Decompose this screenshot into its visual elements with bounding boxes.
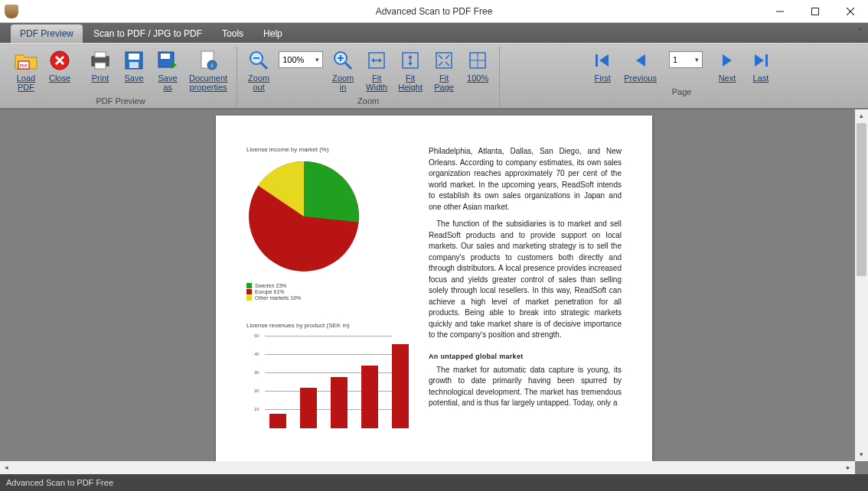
svg-text:i: i	[211, 62, 213, 69]
svg-rect-35	[596, 54, 598, 67]
window-title: Advanced Scan to PDF Free	[376, 6, 493, 17]
group-label: Page	[672, 84, 692, 99]
zoom-in-icon	[331, 48, 355, 73]
collapse-ribbon-icon[interactable]: ⌃	[857, 27, 863, 37]
folder-open-icon: PDF	[14, 48, 38, 73]
body-text: The market for automatic data capture is…	[429, 365, 622, 409]
page-select[interactable]: 1	[669, 51, 703, 68]
group-zoom: Zoom out 100% Zoom in Fit Width Fit Heig…	[237, 47, 500, 108]
body-text: Philadelphia, Atlanta, Dallas, San Diego…	[429, 146, 622, 213]
zoom-out-button[interactable]: Zoom out	[242, 47, 276, 93]
previous-icon	[628, 48, 653, 73]
last-page-button[interactable]: Last	[744, 47, 778, 84]
group-label: PDF Preview	[96, 93, 145, 108]
group-label: Zoom	[357, 93, 379, 108]
app-icon	[5, 5, 18, 18]
ribbon: PDF Load PDF Close Print	[0, 43, 868, 109]
fit-width-icon	[364, 48, 389, 73]
zoom-100-button[interactable]: 100%	[461, 47, 494, 84]
horizontal-scrollbar[interactable]: ◂ ▸	[0, 461, 855, 474]
bar-chart-title: License revenues by product (SEK m)	[246, 322, 407, 329]
svg-rect-13	[129, 54, 139, 60]
save-button[interactable]: Save	[117, 47, 151, 84]
zoom-100-icon	[465, 48, 490, 73]
svg-rect-10	[95, 52, 106, 57]
group-page: First Previous 1 Next Last	[500, 47, 863, 108]
load-pdf-button[interactable]: PDF Load PDF	[9, 47, 43, 93]
tab-bar: PDF Preview Scan to PDF / JPG to PDF Too…	[0, 23, 868, 43]
fit-height-button[interactable]: Fit Height	[393, 47, 427, 93]
minimize-button[interactable]	[762, 0, 798, 23]
close-button[interactable]: Close	[43, 47, 77, 84]
previous-page-button[interactable]: Previous	[619, 47, 661, 84]
vertical-scrollbar[interactable]: ▴ ▾	[855, 109, 868, 461]
next-page-button[interactable]: Next	[710, 47, 744, 84]
close-window-button[interactable]	[833, 0, 868, 23]
last-icon	[749, 48, 773, 73]
printer-icon	[88, 48, 113, 73]
tab-tools[interactable]: Tools	[213, 24, 253, 43]
save-as-button[interactable]: Save as	[151, 47, 184, 93]
svg-rect-16	[161, 54, 170, 59]
fit-height-icon	[398, 48, 423, 73]
pdf-page: License income by market (%) Sweden 23% …	[216, 115, 652, 474]
scroll-up-icon[interactable]: ▴	[855, 109, 868, 122]
zoom-out-icon	[246, 48, 271, 73]
floppy-icon	[122, 48, 146, 73]
fit-page-icon	[432, 48, 456, 73]
svg-line-24	[345, 63, 351, 69]
tab-help[interactable]: Help	[254, 24, 292, 43]
svg-rect-36	[765, 54, 768, 67]
scroll-right-icon[interactable]: ▸	[842, 461, 855, 474]
svg-rect-14	[129, 62, 139, 68]
body-text: The function of the subsidiaries is to m…	[429, 219, 622, 341]
scroll-down-icon[interactable]: ▾	[855, 448, 868, 461]
next-icon	[715, 48, 739, 73]
tab-scan-to-pdf[interactable]: Scan to PDF / JPG to PDF	[84, 24, 211, 43]
tab-pdf-preview[interactable]: PDF Preview	[11, 24, 83, 43]
first-icon	[590, 48, 615, 73]
print-button[interactable]: Print	[83, 47, 117, 84]
doc-properties-button[interactable]: i Document properties	[184, 47, 232, 93]
svg-text:PDF: PDF	[20, 63, 28, 68]
pie-legend: Sweden 23% Europe 61% Other markets 16%	[246, 283, 407, 301]
titlebar: Advanced Scan to PDF Free	[0, 0, 868, 23]
pie-chart	[246, 159, 361, 274]
status-text: Advanced Scan to PDF Free	[6, 478, 113, 487]
fit-width-button[interactable]: Fit Width	[360, 47, 393, 93]
zoom-in-button[interactable]: Zoom in	[326, 47, 360, 93]
bar-chart: 50 40 30 20 10	[254, 337, 392, 428]
floppy-arrow-icon	[155, 48, 180, 73]
scroll-left-icon[interactable]: ◂	[0, 461, 13, 474]
svg-line-21	[261, 63, 267, 69]
svg-rect-11	[95, 63, 106, 69]
group-pdf-preview: PDF Load PDF Close Print	[5, 47, 237, 108]
close-icon	[47, 48, 72, 73]
first-page-button[interactable]: First	[586, 47, 619, 84]
scrollbar-thumb[interactable]	[857, 123, 866, 276]
status-bar: Advanced Scan to PDF Free	[0, 474, 868, 491]
document-info-icon: i	[196, 48, 220, 73]
svg-rect-1	[812, 8, 819, 15]
pie-chart-title: License income by market (%)	[246, 146, 407, 153]
fit-page-button[interactable]: Fit Page	[427, 47, 461, 93]
document-viewer: License income by market (%) Sweden 23% …	[0, 109, 868, 474]
zoom-select[interactable]: 100%	[279, 51, 323, 68]
maximize-button[interactable]	[798, 0, 833, 23]
subheading: An untapped global market	[429, 352, 622, 362]
